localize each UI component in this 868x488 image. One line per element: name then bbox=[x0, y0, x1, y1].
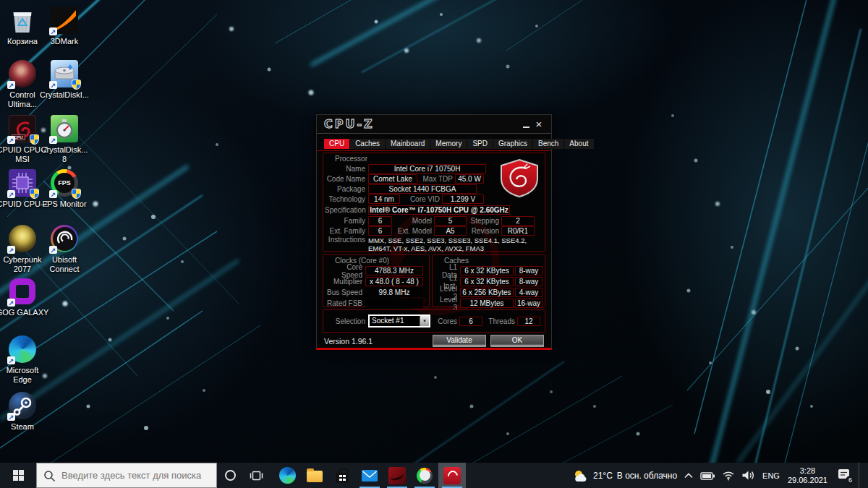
specification-field: Intel® Core™ i7-10750H CPU @ 2.60GHz bbox=[368, 205, 510, 215]
shortcut-arrow-icon: ↗ bbox=[49, 246, 57, 254]
temperature-text: 21°C bbox=[593, 471, 613, 481]
file-explorer-icon bbox=[307, 471, 323, 482]
tab-about[interactable]: About bbox=[564, 139, 593, 149]
tab-caches[interactable]: Caches bbox=[350, 139, 385, 149]
tab-bar: CPU Caches Mainboard Memory SPD Graphics… bbox=[324, 139, 594, 149]
caches-group: Caches L1 Data 6 x 32 KBytes 8-way L1 In… bbox=[432, 254, 545, 307]
dropdown-arrow-icon: ▼ bbox=[420, 316, 429, 326]
desktop: Корзина ↗ ControlUltima... CPU ↗ CPUID C… bbox=[0, 0, 868, 463]
shortcut-arrow-icon: ↗ bbox=[7, 81, 15, 89]
shortcut-arrow-icon: ↗ bbox=[7, 299, 15, 307]
notification-center-button[interactable]: 6 bbox=[837, 468, 851, 483]
tab-spd[interactable]: SPD bbox=[467, 139, 493, 149]
taskbar-app-dragon-center[interactable] bbox=[383, 463, 411, 488]
weather-widget[interactable]: 21°C В осн. облачно bbox=[573, 468, 677, 483]
taskbar-app-edge[interactable] bbox=[273, 463, 301, 488]
taskbar-app-fps-monitor[interactable] bbox=[411, 463, 438, 488]
battery-icon bbox=[700, 470, 715, 481]
close-icon: × bbox=[536, 119, 542, 129]
cores-field: 6 bbox=[459, 317, 482, 326]
shortcut-arrow-icon: ↗ bbox=[49, 81, 57, 89]
cpu-z-logo: CPU-Z bbox=[323, 117, 402, 132]
desktop-icon-crystaldiskmark[interactable]: ↗ CrystalDisk...8 bbox=[38, 114, 91, 164]
selection-group: Selection Socket #1 ▼ Cores 6 Threads 12 bbox=[323, 309, 545, 333]
time-text: 3:28 bbox=[788, 466, 827, 476]
wifi-icon bbox=[722, 470, 735, 481]
desktop-icon-fps-monitor[interactable]: FPS ↗ FPS Monitor bbox=[38, 168, 91, 209]
version-text: Version 1.96.1 bbox=[324, 337, 373, 346]
ok-button[interactable]: OK bbox=[490, 335, 544, 347]
volume-indicator[interactable] bbox=[741, 470, 754, 481]
taskbar-app-explorer[interactable] bbox=[301, 463, 328, 488]
revision-field: R0/R1 bbox=[501, 226, 535, 236]
shortcut-arrow-icon: ↗ bbox=[49, 136, 57, 144]
microsoft-store-icon bbox=[336, 473, 349, 483]
fps-monitor-icon bbox=[417, 468, 433, 484]
shortcut-arrow-icon: ↗ bbox=[49, 27, 57, 35]
l1-data-assoc: 8-way bbox=[515, 266, 542, 275]
tab-graphics[interactable]: Graphics bbox=[493, 139, 532, 149]
network-indicator[interactable] bbox=[722, 470, 735, 481]
clock[interactable]: 3:28 29.06.2021 bbox=[788, 466, 827, 484]
windows-logo-icon bbox=[13, 470, 24, 481]
l2-field: 6 x 256 KBytes bbox=[460, 288, 514, 297]
search-input[interactable] bbox=[37, 463, 216, 487]
code-name-field: Comet Lake bbox=[368, 174, 417, 184]
stepping-field: 2 bbox=[501, 216, 535, 226]
taskbar-app-store[interactable] bbox=[328, 463, 356, 488]
taskbar: 21°C В осн. облачно ENG bbox=[0, 463, 868, 488]
multiplier-field: x 48.0 ( 8 - 48 ) bbox=[365, 277, 423, 286]
cortana-button[interactable] bbox=[217, 463, 243, 488]
desktop-icon-steam[interactable]: ↗ Steam bbox=[0, 391, 49, 432]
taskbar-app-mail[interactable] bbox=[356, 463, 383, 488]
taskbar-app-cpu-z[interactable] bbox=[438, 463, 466, 488]
show-desktop-button[interactable] bbox=[859, 463, 862, 488]
threads-field: 12 bbox=[517, 317, 540, 326]
ext-family-field: 6 bbox=[368, 226, 392, 236]
uac-shield-icon bbox=[72, 80, 81, 90]
uac-shield-icon bbox=[72, 189, 81, 199]
system-tray: 21°C В осн. облачно ENG bbox=[573, 463, 868, 488]
title-bar[interactable]: CPU-Z × bbox=[317, 115, 551, 134]
cortana-icon bbox=[225, 470, 236, 481]
dragon-center-icon bbox=[388, 467, 406, 484]
core-speed-field: 4788.3 MHz bbox=[365, 266, 423, 275]
l3-assoc: 16-way bbox=[515, 299, 542, 308]
taskbar-search[interactable] bbox=[36, 463, 217, 488]
ext-model-field: A5 bbox=[434, 226, 467, 236]
tab-memory[interactable]: Memory bbox=[430, 139, 467, 149]
desktop-icon-edge[interactable]: ↗ MicrosoftEdge bbox=[0, 335, 49, 385]
language-indicator[interactable]: ENG bbox=[761, 471, 781, 480]
desktop-icon-ubisoft[interactable]: ↗ UbisoftConnect bbox=[38, 224, 91, 274]
tab-separator bbox=[317, 150, 551, 151]
max-tdp-field: 45.0 W bbox=[455, 174, 484, 184]
socket-selection-dropdown[interactable]: Socket #1 ▼ bbox=[368, 314, 430, 328]
minimize-button[interactable] bbox=[519, 119, 532, 130]
l3-field: 12 MBytes bbox=[460, 299, 514, 308]
cpu-z-window: CPU-Z × CPU Caches Mainboard Memory SPD … bbox=[316, 114, 552, 350]
name-label: Name bbox=[325, 165, 368, 173]
close-button[interactable]: × bbox=[532, 119, 545, 130]
tab-bench[interactable]: Bench bbox=[533, 139, 563, 149]
task-view-icon bbox=[250, 470, 263, 481]
date-text: 29.06.2021 bbox=[788, 476, 827, 485]
family-field: 6 bbox=[368, 216, 392, 226]
validate-button[interactable]: Validate bbox=[433, 335, 486, 347]
tray-expand-button[interactable] bbox=[684, 471, 694, 480]
tab-mainboard[interactable]: Mainboard bbox=[386, 139, 430, 149]
start-button[interactable] bbox=[0, 463, 36, 488]
task-view-button[interactable] bbox=[243, 463, 269, 488]
shortcut-arrow-icon: ↗ bbox=[7, 246, 15, 254]
battery-indicator[interactable] bbox=[700, 470, 715, 481]
desktop-icon-crystaldiskinfo[interactable]: ↗ CrystalDiskI... bbox=[38, 59, 91, 100]
desktop-icon-gog[interactable]: ↗ GOG GALAXY bbox=[0, 277, 49, 317]
bus-speed-field: 99.8 MHz bbox=[365, 288, 423, 297]
notification-badge: 6 bbox=[846, 476, 855, 485]
desktop-icon-3dmark[interactable]: ↗ 3DMark bbox=[38, 6, 91, 46]
shortcut-arrow-icon: ↗ bbox=[49, 190, 57, 198]
l1-inst-assoc: 8-way bbox=[515, 277, 542, 286]
l1-inst-field: 6 x 32 KBytes bbox=[460, 277, 514, 286]
tab-cpu[interactable]: CPU bbox=[324, 139, 349, 149]
weather-text: В осн. облачно bbox=[617, 471, 677, 481]
l2-assoc: 4-way bbox=[515, 288, 542, 297]
